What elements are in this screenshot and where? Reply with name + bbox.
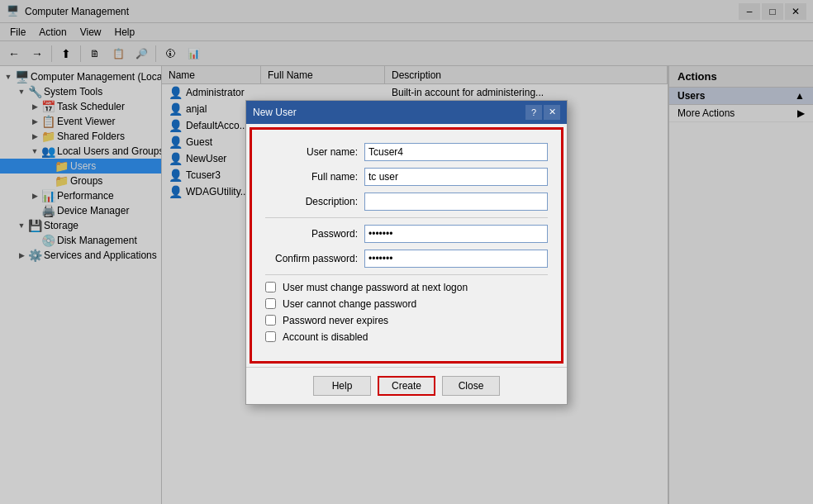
- confirm-label: Confirm password:: [265, 253, 364, 264]
- fullname-input[interactable]: [364, 168, 548, 186]
- checkbox-cannot-change[interactable]: [265, 298, 276, 309]
- fullname-label: Full name:: [265, 171, 364, 183]
- description-row: Description:: [265, 193, 548, 211]
- checkbox-row-3: Password never expires: [265, 315, 548, 326]
- checkbox-disabled-label: Account is disabled: [283, 331, 368, 343]
- create-button[interactable]: Create: [378, 376, 435, 396]
- dialog-body: User name: Full name: Description: Passw…: [250, 127, 563, 364]
- confirm-row: Confirm password:: [265, 250, 548, 268]
- form-separator-2: [265, 274, 548, 275]
- checkbox-cannot-change-label: User cannot change password: [283, 298, 416, 310]
- help-button[interactable]: Help: [313, 376, 371, 396]
- password-input[interactable]: [364, 225, 548, 243]
- checkbox-change-pw[interactable]: [265, 282, 276, 292]
- checkbox-row-2: User cannot change password: [265, 298, 548, 310]
- password-row: Password:: [265, 225, 548, 243]
- confirm-input[interactable]: [364, 250, 548, 268]
- new-user-dialog: New User ? ✕ User name: Full name: Descr…: [245, 100, 568, 405]
- description-input[interactable]: [364, 193, 548, 211]
- checkbox-change-pw-label: User must change password at next logon: [283, 282, 468, 293]
- dialog-footer: Help Create Close: [246, 367, 567, 404]
- checkbox-row-4: Account is disabled: [265, 331, 548, 343]
- fullname-row: Full name:: [265, 168, 548, 186]
- modal-overlay: New User ? ✕ User name: Full name: Descr…: [0, 0, 813, 504]
- username-row: User name:: [265, 143, 548, 161]
- username-input[interactable]: [364, 143, 548, 161]
- dialog-close-btn[interactable]: ✕: [544, 105, 560, 120]
- checkbox-disabled[interactable]: [265, 331, 276, 342]
- checkbox-pw-never-expires-label: Password never expires: [283, 315, 388, 326]
- dialog-title: New User: [253, 107, 297, 118]
- dialog-controls: ? ✕: [525, 105, 560, 120]
- dialog-help-btn[interactable]: ?: [525, 105, 542, 120]
- close-button[interactable]: Close: [442, 376, 500, 396]
- checkbox-row-1: User must change password at next logon: [265, 282, 548, 293]
- form-separator: [265, 217, 548, 218]
- dialog-title-bar: New User ? ✕: [246, 101, 567, 124]
- username-label: User name:: [265, 146, 364, 158]
- checkbox-pw-never-expires[interactable]: [265, 315, 276, 326]
- password-label: Password:: [265, 228, 364, 240]
- description-label: Description:: [265, 196, 364, 207]
